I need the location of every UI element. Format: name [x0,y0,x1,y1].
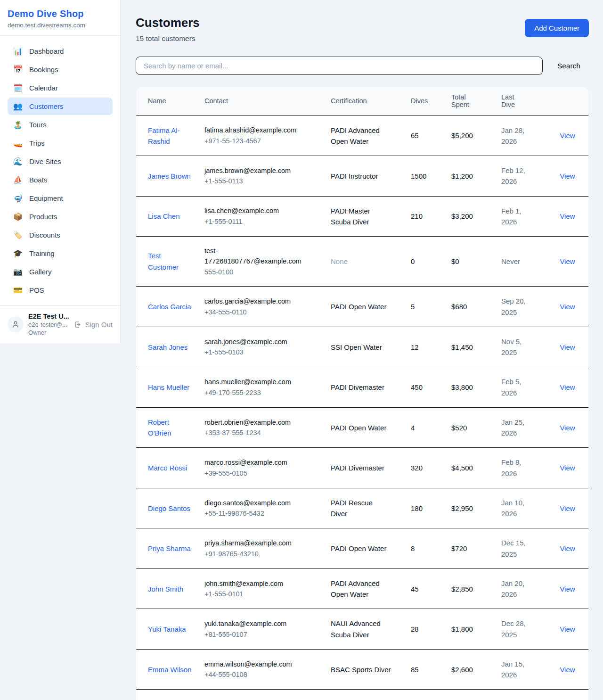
view-customer-link[interactable]: View [560,383,575,391]
customer-total-spent-cell: $2,850 [451,568,501,609]
dashboard-icon: 📊 [13,48,23,55]
customer-name-link[interactable]: Carlos Garcia [148,301,198,312]
customer-actions-cell: View [551,367,589,408]
view-customer-link[interactable]: View [560,504,575,512]
search-row: Search [136,57,589,75]
customer-email: test-1772681807767@example.com [204,246,312,267]
customer-row: Carlos Garcia carlos.garcia@example.com … [136,287,589,327]
shop-header: Demo Dive Shop demo.test.divestreams.com [0,0,120,36]
sidebar-item-boats[interactable]: ⛵ Boats [8,171,113,189]
customer-name-cell: Priya Sharma [136,528,204,569]
title-block: Customers 15 total customers [136,16,200,43]
sign-out-button[interactable]: Sign Out [74,321,113,329]
view-customer-link[interactable]: View [560,257,575,265]
dive-sites-icon: 🌊 [13,158,23,165]
sidebar-item-label: Dashboard [29,47,64,55]
customer-name-cell: Sarah Jones [136,327,204,367]
search-input[interactable] [136,57,543,75]
view-customer-link[interactable]: View [560,343,575,351]
customer-name-link[interactable]: Test Customer [148,250,199,272]
customer-row: Lisa Chen lisa.chen@example.com +1-555-0… [136,196,589,237]
customer-contact-cell: carlos.garcia@example.com +34-555-0110 [204,287,331,327]
sidebar-item-equipment[interactable]: 🤿 Equipment [8,189,113,207]
customer-name-link[interactable]: Priya Sharma [148,543,197,554]
customer-name-link[interactable]: Yuki Tanaka [148,624,193,634]
customer-actions-cell: View [551,609,589,650]
view-customer-link[interactable]: View [560,303,575,311]
customer-dives-cell: 95 [411,690,451,700]
customer-phone: +44-555-0108 [204,669,312,680]
sidebar-item-gallery[interactable]: 📷 Gallery [8,263,113,280]
view-customer-link[interactable]: View [560,424,575,432]
customer-contact-cell: test-1772681807767@example.com 555-0100 [204,237,331,287]
customer-dives-cell: 85 [411,649,451,690]
sidebar-item-label: Boats [29,176,47,184]
sidebar-item-training[interactable]: 🎓 Training [8,245,113,262]
customer-certification-cell: PADI Rescue Diver [331,488,411,528]
customer-phone: +34-555-0110 [204,307,312,317]
customer-email: hans.mueller@example.com [204,377,312,387]
view-customer-link[interactable]: View [560,212,575,220]
customer-last-dive-cell: Jan 15, 2026 [501,649,551,690]
view-customer-link[interactable]: View [560,666,575,674]
customer-email: priya.sharma@example.com [204,538,312,548]
customer-row: James Brown james.brown@example.com +1-5… [136,156,589,197]
customer-row: Robert O'Brien robert.obrien@example.com… [136,407,589,448]
customer-name-link[interactable]: Hans Mueller [148,382,196,393]
view-customer-link[interactable]: View [560,172,575,180]
customer-name-link[interactable]: Diego Santos [148,503,197,514]
sidebar-item-products[interactable]: 📦 Products [8,208,113,225]
customer-last-dive-cell: Dec 28, 2025 [501,609,551,650]
sidebar-item-label: Discounts [29,231,60,239]
sidebar-item-dashboard[interactable]: 📊 Dashboard [8,42,113,60]
add-customer-button[interactable]: Add Customer [525,19,589,37]
customer-total-spent-cell: $680 [451,287,501,327]
sidebar-item-label: Training [29,249,55,257]
user-email: e2e-tester@... [28,321,69,328]
customer-certification-cell: SSI Open Water [331,327,411,367]
pos-icon: 💳 [13,287,23,294]
customer-last-dive-cell: Feb 1, 2026 [501,196,551,237]
customer-phone: +1-555-0111 [204,216,312,227]
view-customer-link[interactable]: View [560,132,575,140]
sidebar-item-pos[interactable]: 💳 POS [8,281,113,299]
customer-dives-cell: 12 [411,327,451,367]
avatar [8,316,24,332]
customer-name-link[interactable]: Robert O'Brien [148,417,199,439]
sidebar-item-tours[interactable]: 🏝️ Tours [8,116,113,133]
table-header-row: Name Contact Certification Dives Total S… [136,87,589,115]
view-customer-link[interactable]: View [560,585,575,593]
customer-total-spent-cell: $2,600 [451,649,501,690]
customer-phone: +55-11-99876-5432 [204,508,312,519]
sidebar-item-calendar[interactable]: 🗓️ Calendar [8,79,113,97]
view-customer-link[interactable]: View [560,544,575,552]
customer-name-link[interactable]: Fatima Al-Rashid [148,125,199,147]
customer-name-link[interactable]: Lisa Chen [148,211,187,222]
customer-name-link[interactable]: John Smith [148,584,190,594]
customer-name-link[interactable]: Emma Wilson [148,664,198,675]
calendar-icon: 🗓️ [13,84,23,92]
customer-name-cell: Hans Mueller [136,367,204,408]
customer-actions-cell: View [551,287,589,327]
customer-name-cell: John Smith [136,568,204,609]
customer-certification-cell: PADI Advanced Open Water [331,115,411,156]
customer-name-link[interactable]: Sarah Jones [148,342,194,353]
customer-total-spent-cell: $3,200 [451,196,501,237]
customer-actions-cell: View [551,690,589,700]
customer-name-link[interactable]: Marco Rossi [148,462,194,473]
sidebar-item-dive-sites[interactable]: 🌊 Dive Sites [8,153,113,170]
customer-name-link[interactable]: James Brown [148,171,197,181]
customer-row: Diego Santos diego.santos@example.com +5… [136,488,589,528]
search-button[interactable]: Search [543,62,589,70]
customer-last-dive-cell: Feb 12, 2026 [501,156,551,197]
sidebar-item-discounts[interactable]: 🏷️ Discounts [8,226,113,244]
column-header-dives: Dives [411,87,451,115]
view-customer-link[interactable]: View [560,625,575,633]
sidebar-item-customers[interactable]: 👥 Customers [8,98,113,115]
customer-name-cell: Diego Santos [136,488,204,528]
view-customer-link[interactable]: View [560,464,575,472]
sidebar-item-trips[interactable]: 🚤 Trips [8,134,113,152]
customer-actions-cell: View [551,488,589,528]
customer-total-spent-cell: $0 [451,237,501,287]
sidebar-item-bookings[interactable]: 📅 Bookings [8,61,113,78]
